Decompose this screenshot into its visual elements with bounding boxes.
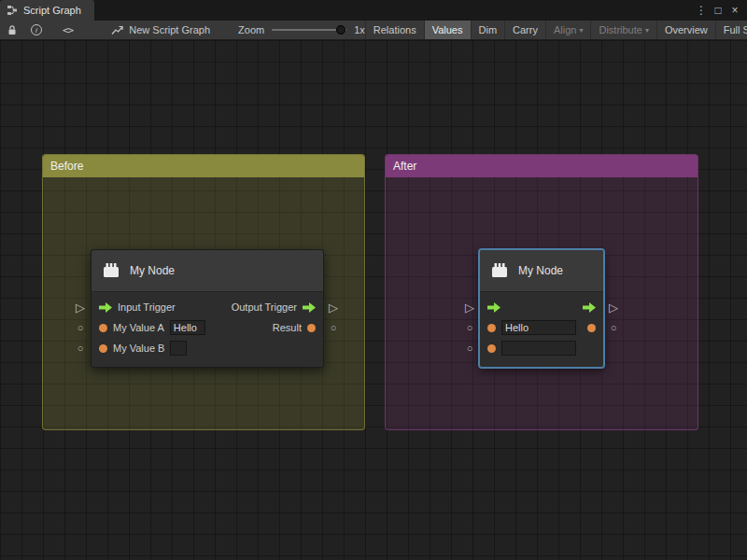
node-before-body: Input Trigger Output Trigger My Value A bbox=[92, 292, 323, 367]
dim-button[interactable]: Dim bbox=[471, 21, 505, 39]
group-before-label: Before bbox=[50, 160, 83, 173]
value-a-port-icon[interactable] bbox=[99, 324, 107, 332]
lock-icon[interactable] bbox=[0, 21, 24, 39]
window-controls: ⋮ □ × bbox=[693, 0, 747, 21]
graph-cursor-icon bbox=[111, 25, 123, 35]
input-trigger-label: Input Trigger bbox=[118, 301, 176, 313]
node-after-body bbox=[480, 292, 603, 367]
align-label: Align bbox=[554, 24, 576, 35]
zoom-value: 1x bbox=[354, 24, 365, 35]
value-a-row bbox=[480, 317, 603, 338]
unit-icon bbox=[101, 260, 121, 281]
script-graph-icon bbox=[7, 5, 18, 16]
relations-button[interactable]: Relations bbox=[365, 21, 424, 39]
distribute-label: Distribute bbox=[599, 24, 641, 35]
window-menu-icon[interactable]: ⋮ bbox=[693, 0, 710, 21]
maximize-icon[interactable]: □ bbox=[710, 0, 726, 21]
zoom-slider[interactable] bbox=[272, 24, 346, 35]
input-trigger-port-icon[interactable] bbox=[99, 302, 112, 313]
external-trigger-out-connector[interactable]: ▷ bbox=[609, 301, 618, 314]
tab-script-graph[interactable]: Script Graph bbox=[0, 0, 94, 21]
value-a-label: My Value A bbox=[113, 322, 164, 333]
value-a-input[interactable] bbox=[170, 320, 205, 335]
values-button[interactable]: Values bbox=[424, 21, 471, 39]
info-icon[interactable]: i bbox=[24, 21, 49, 39]
group-after-header[interactable]: After bbox=[386, 155, 698, 177]
trigger-row bbox=[480, 297, 603, 317]
value-b-port-icon[interactable] bbox=[99, 344, 107, 353]
distribute-button[interactable]: Distribute ▾ bbox=[590, 21, 655, 39]
external-value-b-connector[interactable]: ○ bbox=[78, 343, 84, 354]
external-trigger-in-connector[interactable]: ▷ bbox=[465, 301, 474, 314]
external-value-a-connector[interactable]: ○ bbox=[467, 323, 473, 333]
output-trigger-port-icon[interactable] bbox=[303, 302, 316, 313]
output-trigger-port-icon[interactable] bbox=[583, 302, 596, 313]
graph-canvas[interactable]: Before After My Node bbox=[0, 40, 747, 560]
script-graph-window: Script Graph ⋮ □ × i <> bbox=[0, 0, 747, 560]
result-port-icon[interactable] bbox=[307, 324, 316, 332]
node-title: My Node bbox=[130, 264, 175, 277]
carry-button[interactable]: Carry bbox=[504, 21, 545, 39]
new-script-graph-button[interactable]: New Script Graph bbox=[104, 21, 218, 39]
node-after-header[interactable]: My Node bbox=[480, 250, 603, 292]
group-before-header[interactable]: Before bbox=[43, 155, 364, 177]
trigger-row: Input Trigger Output Trigger bbox=[92, 297, 323, 317]
chevron-down-icon: ▾ bbox=[645, 26, 649, 35]
external-value-b-connector[interactable]: ○ bbox=[467, 343, 473, 354]
tab-title: Script Graph bbox=[23, 5, 81, 16]
external-value-a-connector[interactable]: ○ bbox=[78, 323, 84, 333]
value-b-row: My Value B bbox=[92, 338, 323, 358]
zoom-control: Zoom 1x bbox=[238, 21, 365, 39]
titlebar: Script Graph ⋮ □ × bbox=[0, 0, 747, 21]
graph-toolbar: i <> New Script Graph Zoom 1x Relations … bbox=[0, 21, 747, 40]
result-port-icon[interactable] bbox=[587, 324, 596, 332]
chevron-down-icon: ▾ bbox=[579, 26, 583, 35]
group-after-label: After bbox=[393, 160, 416, 173]
value-b-input[interactable] bbox=[501, 341, 576, 356]
zoom-slider-track bbox=[272, 29, 346, 31]
zoom-label: Zoom bbox=[238, 24, 264, 35]
new-script-graph-label: New Script Graph bbox=[129, 24, 210, 35]
external-result-connector[interactable]: ○ bbox=[331, 323, 337, 333]
code-icon[interactable]: <> bbox=[56, 21, 79, 39]
input-trigger-port-icon[interactable] bbox=[487, 302, 500, 313]
align-button[interactable]: Align ▾ bbox=[545, 21, 590, 39]
external-trigger-out-connector[interactable]: ▷ bbox=[329, 301, 338, 314]
overview-button[interactable]: Overview bbox=[656, 21, 715, 39]
value-b-label: My Value B bbox=[113, 343, 164, 354]
value-b-input[interactable] bbox=[170, 341, 187, 356]
result-label: Result bbox=[273, 322, 302, 333]
value-b-port-icon[interactable] bbox=[487, 344, 496, 353]
node-before-header[interactable]: My Node bbox=[92, 250, 323, 292]
node-after[interactable]: My Node bbox=[479, 249, 604, 368]
close-icon[interactable]: × bbox=[726, 0, 743, 21]
node-title: My Node bbox=[518, 264, 563, 277]
external-result-connector[interactable]: ○ bbox=[611, 323, 617, 333]
unit-icon bbox=[489, 260, 510, 281]
toolbar-buttons: Relations Values Dim Carry Align ▾ Distr… bbox=[365, 21, 747, 39]
fullscreen-button[interactable]: Full Screen bbox=[715, 21, 747, 39]
external-trigger-in-connector[interactable]: ▷ bbox=[76, 301, 85, 314]
zoom-slider-handle[interactable] bbox=[336, 25, 345, 35]
value-a-port-icon[interactable] bbox=[487, 324, 496, 332]
value-a-row: My Value A Result bbox=[92, 317, 323, 338]
node-before[interactable]: My Node Input Trigger Output Trigger bbox=[91, 249, 324, 368]
value-a-input[interactable] bbox=[501, 320, 576, 335]
value-b-row bbox=[480, 338, 603, 358]
output-trigger-label: Output Trigger bbox=[232, 301, 297, 313]
